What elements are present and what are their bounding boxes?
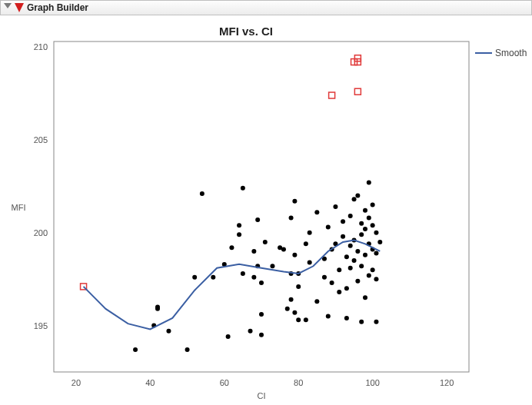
svg-point-46 — [263, 240, 268, 244]
svg-rect-0 — [54, 41, 469, 372]
scatter-chart: MFI vs. CI 195200205210 MFI 204060801001… — [0, 18, 532, 405]
svg-rect-116 — [354, 55, 361, 61]
plot-frame — [54, 41, 469, 372]
svg-rect-115 — [354, 59, 361, 65]
svg-rect-114 — [351, 59, 357, 65]
svg-point-64 — [314, 210, 319, 214]
svg-point-66 — [322, 275, 327, 280]
svg-point-43 — [259, 281, 264, 285]
svg-point-50 — [285, 307, 290, 311]
data-points — [133, 181, 382, 352]
svg-rect-113 — [354, 88, 361, 95]
svg-text:100: 100 — [365, 378, 379, 387]
outlier-points — [81, 55, 361, 290]
svg-point-68 — [326, 225, 331, 230]
svg-point-106 — [374, 277, 378, 281]
svg-text:120: 120 — [440, 378, 454, 387]
chart-title: MFI vs. CI — [219, 25, 273, 38]
svg-point-90 — [359, 264, 364, 268]
legend-label: Smooth — [495, 48, 527, 58]
chart-area: MFI vs. CI 195200205210 MFI 204060801001… — [0, 18, 532, 405]
svg-point-88 — [355, 249, 360, 254]
svg-point-92 — [359, 221, 364, 226]
svg-point-82 — [348, 244, 353, 248]
svg-point-87 — [355, 279, 360, 284]
svg-point-35 — [237, 232, 241, 237]
svg-point-33 — [229, 245, 234, 250]
svg-point-104 — [371, 223, 375, 227]
x-axis: 20406080100120 CI — [71, 372, 454, 400]
svg-rect-112 — [329, 92, 335, 98]
svg-point-61 — [304, 317, 308, 322]
svg-text:195: 195 — [34, 321, 48, 330]
svg-text:20: 20 — [71, 378, 81, 387]
svg-point-49 — [281, 247, 286, 252]
svg-point-75 — [337, 267, 341, 272]
svg-point-37 — [241, 186, 245, 191]
svg-point-58 — [296, 317, 301, 322]
svg-point-108 — [374, 231, 378, 235]
svg-point-62 — [308, 260, 312, 264]
svg-point-83 — [348, 214, 353, 218]
svg-point-27 — [185, 347, 190, 352]
svg-point-89 — [355, 194, 360, 198]
svg-point-93 — [359, 320, 364, 324]
svg-point-32 — [226, 334, 231, 339]
svg-point-105 — [371, 203, 375, 207]
svg-point-78 — [344, 254, 349, 259]
svg-point-110 — [377, 240, 382, 244]
svg-point-76 — [341, 234, 345, 239]
svg-point-34 — [237, 223, 241, 227]
svg-point-57 — [296, 284, 301, 289]
svg-point-39 — [251, 249, 256, 254]
svg-point-96 — [363, 208, 367, 213]
svg-point-84 — [352, 258, 357, 263]
svg-point-25 — [155, 304, 160, 309]
svg-point-98 — [367, 273, 371, 277]
svg-point-80 — [344, 316, 349, 320]
x-axis-label: CI — [258, 391, 266, 400]
svg-point-55 — [292, 199, 297, 204]
svg-point-74 — [337, 290, 341, 294]
svg-point-36 — [241, 271, 245, 276]
svg-point-100 — [367, 215, 371, 220]
svg-point-40 — [251, 275, 256, 280]
svg-point-109 — [374, 320, 378, 324]
svg-point-77 — [341, 219, 345, 224]
svg-point-22 — [133, 347, 138, 352]
svg-point-30 — [211, 275, 215, 280]
svg-point-95 — [363, 227, 367, 231]
svg-point-56 — [292, 310, 297, 315]
svg-point-45 — [259, 333, 264, 337]
svg-point-79 — [344, 286, 349, 290]
svg-point-54 — [292, 253, 297, 257]
svg-text:210: 210 — [34, 42, 48, 51]
svg-point-65 — [314, 299, 319, 304]
svg-point-101 — [367, 181, 371, 185]
svg-point-38 — [248, 329, 253, 334]
svg-text:205: 205 — [34, 135, 48, 144]
svg-point-71 — [330, 281, 334, 285]
legend: Smooth — [475, 48, 527, 58]
panel-header[interactable]: Graph Builder — [0, 0, 532, 15]
svg-point-94 — [363, 253, 367, 257]
svg-point-86 — [352, 197, 357, 201]
red-triangle-menu-icon[interactable] — [15, 3, 24, 12]
svg-point-44 — [259, 312, 264, 317]
panel-title: Graph Builder — [27, 2, 88, 13]
y-axis-label: MFI — [12, 203, 26, 212]
svg-point-29 — [200, 191, 204, 196]
y-axis: 195200205210 MFI — [12, 42, 54, 330]
svg-point-91 — [359, 232, 364, 237]
svg-point-52 — [289, 297, 294, 302]
svg-text:60: 60 — [220, 378, 229, 387]
svg-text:80: 80 — [294, 378, 303, 387]
svg-point-97 — [363, 295, 367, 300]
svg-point-26 — [166, 329, 171, 334]
svg-point-73 — [333, 204, 337, 209]
disclosure-icon[interactable] — [4, 3, 12, 12]
svg-text:200: 200 — [34, 228, 48, 237]
svg-point-63 — [308, 231, 312, 235]
svg-point-41 — [255, 217, 260, 222]
svg-point-51 — [289, 215, 294, 220]
